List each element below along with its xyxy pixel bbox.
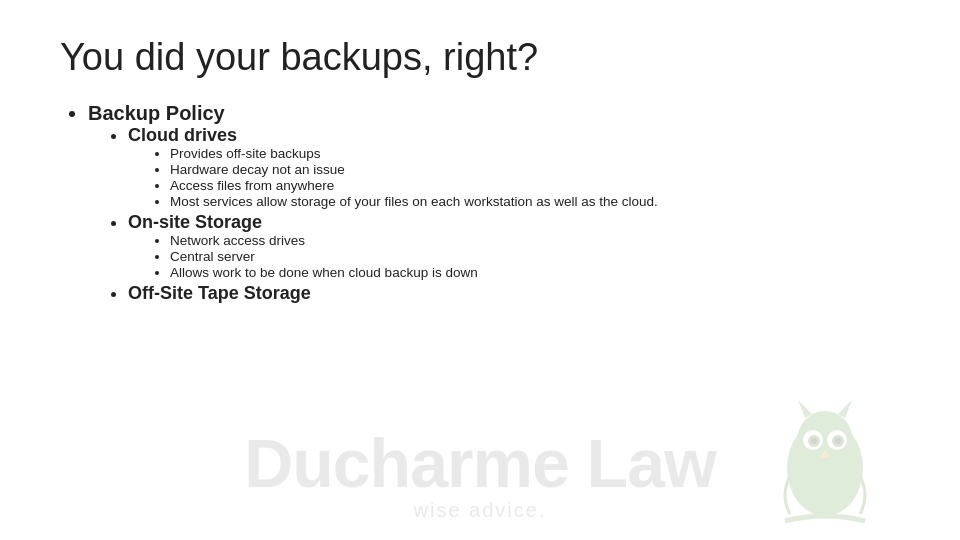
svg-point-8 (811, 438, 817, 444)
level2-item-offsite-tape: Off-Site Tape Storage (128, 283, 900, 304)
slide-title: You did your backups, right? (60, 36, 900, 80)
level1-list: Backup Policy Cloud drives Provides off-… (70, 102, 900, 304)
level3-list-cloud: Provides off-site backups Hardware decay… (152, 146, 900, 209)
watermark: Ducharme Law wise advice. (244, 429, 716, 522)
level2-item-onsite-storage: On-site Storage Network access drives Ce… (128, 212, 900, 280)
svg-marker-2 (798, 400, 812, 418)
owl-watermark (770, 396, 880, 530)
list-item: Central server (170, 249, 900, 264)
list-item: Hardware decay not an issue (170, 162, 900, 177)
list-item: Network access drives (170, 233, 900, 248)
slide: You did your backups, right? Backup Poli… (0, 0, 960, 540)
level3-list-onsite: Network access drives Central server All… (152, 233, 900, 280)
level2-item-cloud-drives: Cloud drives Provides off-site backups H… (128, 125, 900, 209)
list-item: Access files from anywhere (170, 178, 900, 193)
list-item: Most services allow storage of your file… (170, 194, 900, 209)
level1-item-backup-policy: Backup Policy Cloud drives Provides off-… (88, 102, 900, 304)
watermark-text: Ducharme Law (244, 429, 716, 497)
list-item: Provides off-site backups (170, 146, 900, 161)
level2-list: Cloud drives Provides off-site backups H… (110, 125, 900, 304)
svg-point-9 (835, 438, 841, 444)
watermark-sub: wise advice. (414, 499, 547, 522)
list-item: Allows work to be done when cloud backup… (170, 265, 900, 280)
svg-marker-3 (838, 400, 852, 418)
